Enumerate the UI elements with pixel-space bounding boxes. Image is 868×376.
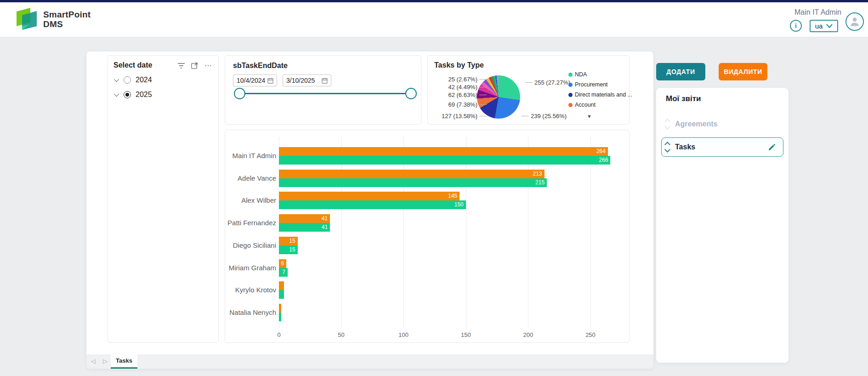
x-axis-tick: 50: [332, 331, 351, 338]
tab-tasks[interactable]: Tasks: [111, 354, 137, 369]
leader-line: [525, 82, 533, 83]
legend-item-nda[interactable]: NDA: [568, 71, 587, 78]
reorder-handles[interactable]: [665, 120, 669, 129]
brand-logo[interactable]: SmartPoint DMS: [17, 7, 91, 32]
move-down-icon[interactable]: [664, 124, 670, 130]
bar-orange-kyrylo-krotov[interactable]: [279, 281, 284, 290]
chevron-down-icon[interactable]: [114, 77, 119, 82]
pie-data-label: 127 (13.58%): [442, 112, 487, 120]
bar-green-natalia-nenych[interactable]: [279, 313, 281, 321]
bar-category-label: Adele Vance: [225, 174, 276, 182]
bar-value-label: 6: [281, 259, 284, 268]
leader-line: [479, 95, 487, 95]
language-value: ua: [815, 22, 823, 30]
bar-orange-natalia-nenych[interactable]: [279, 304, 281, 313]
slider-track[interactable]: [239, 93, 411, 94]
pie-data-label: 62 (6.63%): [448, 91, 487, 98]
legend-dot: [568, 83, 573, 87]
more-options-icon[interactable]: ⋯: [204, 64, 212, 68]
pie-data-label-text: 69 (7.38%): [448, 101, 477, 108]
report-list: AgreementsTasks: [656, 114, 789, 157]
pie-data-label-text: 42 (4.49%): [448, 84, 477, 91]
leader-line: [479, 116, 487, 116]
bar-orange-alex-wilber[interactable]: 145: [279, 192, 460, 200]
pie-data-label: 255 (27.27%): [525, 79, 570, 86]
bar-orange-patti-fernandez[interactable]: 41: [279, 214, 330, 223]
bar-value-label: 145: [448, 192, 457, 200]
legend-label: Procurement: [575, 81, 608, 88]
bar-category-label: Natalia Nenych: [225, 308, 276, 316]
pie-data-label: 69 (7.38%): [448, 101, 487, 108]
bar-category-label: Diego Siciliani: [225, 241, 276, 249]
bar-green-patti-fernandez[interactable]: 41: [279, 223, 330, 232]
avatar[interactable]: [845, 12, 864, 31]
focus-mode-icon[interactable]: [191, 62, 198, 69]
my-reports-panel: Мої звіти AgreementsTasks: [656, 87, 789, 363]
bar-orange-miriam-graham[interactable]: 6: [279, 259, 286, 268]
year-option-2024[interactable]: 2024: [113, 76, 213, 84]
app-header: SmartPoint DMS Main IT Admin i ua: [0, 2, 868, 37]
leader-line: [479, 87, 487, 87]
filter-icon[interactable]: [178, 63, 185, 68]
legend-item-procurement[interactable]: Procurement: [568, 81, 608, 88]
bar-category-label: Alex Wilber: [225, 196, 276, 204]
report-canvas: Select date ⋯ 20242025 sbTaskEndDate 10/…: [86, 51, 653, 369]
select-date-slicer: Select date ⋯ 20242025: [108, 55, 219, 343]
legend-item-direct-materials-and-[interactable]: Direct materials and ...: [568, 91, 632, 98]
x-axis-tick: 250: [581, 331, 600, 338]
person-icon: [849, 16, 861, 28]
bar-category-label: Miriam Graham: [225, 264, 276, 272]
bar-green-main-it-admin[interactable]: 266: [279, 156, 610, 165]
bar-value-label: 15: [289, 237, 295, 245]
bar-green-diego-siciliani[interactable]: 15: [279, 245, 298, 254]
pie-data-label: 42 (4.49%): [448, 83, 487, 91]
bar-value-label: 215: [535, 178, 545, 187]
edit-pencil-icon[interactable]: [767, 142, 777, 152]
bar-green-miriam-graham[interactable]: 7: [279, 268, 288, 277]
legend-item-account[interactable]: Account: [568, 102, 596, 108]
brand-name: SmartPoint: [43, 10, 91, 19]
gridline: [403, 137, 404, 328]
year-tree: 20242025: [113, 76, 213, 99]
tab-tasks-label: Tasks: [116, 357, 132, 364]
bar-value-label: 41: [322, 223, 328, 232]
smartpoint-logo-icon: [17, 7, 38, 32]
add-button[interactable]: ДОДАТИ: [656, 63, 705, 80]
slider-handle-start[interactable]: [234, 88, 245, 99]
next-page-icon[interactable]: ▷: [103, 358, 108, 365]
date-range-slicer: sbTaskEndDate 10/4/2024 3/10/2025: [225, 55, 421, 125]
language-selector[interactable]: ua: [810, 20, 838, 32]
chevron-down-icon[interactable]: [114, 91, 119, 97]
bar-orange-diego-siciliani[interactable]: 15: [279, 237, 298, 245]
radio-selected[interactable]: [124, 91, 131, 98]
bar-green-kyrylo-krotov[interactable]: [279, 290, 284, 299]
bar-green-alex-wilber[interactable]: 150: [279, 200, 466, 209]
x-axis-tick: 200: [519, 331, 537, 338]
bar-orange-adele-vance[interactable]: 213: [279, 170, 545, 178]
report-item-tasks[interactable]: Tasks: [661, 137, 783, 157]
bar-value-label: 213: [533, 170, 542, 178]
year-option-2025[interactable]: 2025: [113, 91, 213, 99]
gridline: [466, 137, 466, 328]
pie-data-label: 25 (2.67%): [448, 75, 487, 83]
bar-value-label: 264: [596, 147, 606, 156]
pie-data-label-text: 255 (27.27%): [534, 79, 570, 86]
pie-data-label-text: 25 (2.67%): [448, 76, 477, 83]
radio-unselected[interactable]: [124, 76, 131, 84]
bar-orange-main-it-admin[interactable]: 264: [279, 147, 608, 156]
date-range-slider: [225, 56, 421, 124]
move-down-icon[interactable]: [664, 147, 670, 153]
legend-scroll-down-icon[interactable]: ▼: [587, 114, 592, 119]
gridline: [279, 137, 279, 328]
x-axis-tick: 150: [457, 331, 475, 338]
report-item-agreements[interactable]: Agreements: [661, 114, 783, 134]
report-page-tabs: ◁ ▷ Tasks: [86, 354, 653, 369]
slider-handle-end[interactable]: [405, 88, 417, 99]
prev-page-icon[interactable]: ◁: [91, 358, 96, 365]
delete-button[interactable]: ВИДАЛИТИ: [719, 63, 767, 80]
reorder-handles[interactable]: [665, 142, 669, 152]
bar-green-adele-vance[interactable]: 215: [279, 178, 547, 187]
legend-label: Account: [575, 102, 596, 108]
info-icon[interactable]: i: [790, 20, 802, 32]
leader-line: [479, 104, 487, 105]
